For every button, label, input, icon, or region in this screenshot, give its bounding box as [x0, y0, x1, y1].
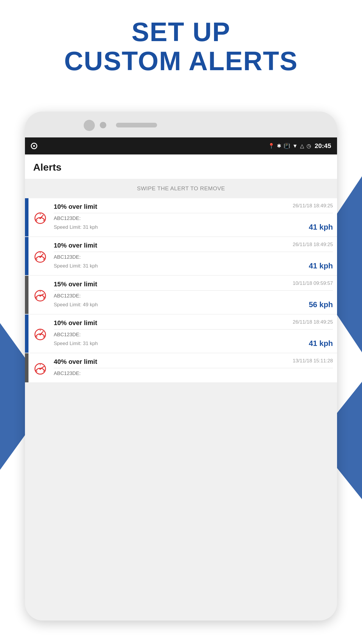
wifi-icon: ▼	[292, 143, 298, 149]
notification-icon	[31, 143, 37, 149]
bluetooth-icon: ✱	[277, 143, 281, 149]
alert-vehicle-2: ABC123DE:	[54, 254, 333, 260]
alert-top-row-4: 10% over limit 26/11/18 18:49:25	[54, 319, 333, 327]
alert-divider-5	[54, 368, 333, 368]
alert-icon-2	[28, 237, 52, 275]
alert-bar-4	[25, 315, 28, 353]
alert-top-row-2: 10% over limit 26/11/18 18:49:25	[54, 242, 333, 249]
svg-line-16	[43, 298, 44, 299]
svg-line-21	[36, 337, 37, 337]
alert-icon-3	[28, 276, 52, 314]
list-item[interactable]: 10% over limit 26/11/18 18:49:25 ABC123D…	[25, 198, 337, 236]
page-header: SET UP CUSTOM ALERTS	[0, 18, 362, 76]
alert-bar-1	[25, 198, 28, 236]
alert-icon-4	[28, 315, 52, 353]
alert-vehicle-4: ABC123DE:	[54, 332, 333, 338]
status-right-icons: 📍 ✱ 📳 ▼ △ ◷ 20:45	[268, 142, 331, 150]
alert-content-5: 40% over limit 13/11/18 15:11:28 ABC123D…	[52, 353, 337, 382]
list-item[interactable]: 15% over limit 10/11/18 09:59:57 ABC123D…	[25, 276, 337, 314]
vibrate-icon: 📳	[284, 143, 290, 149]
alert-vehicle-1: ABC123DE:	[54, 216, 333, 221]
svg-line-22	[43, 337, 44, 337]
speedometer-icon	[33, 210, 48, 225]
app-title: Alerts	[33, 162, 329, 173]
location-icon: 📍	[268, 143, 275, 149]
alert-divider-3	[54, 290, 333, 291]
alert-divider-2	[54, 252, 333, 252]
svg-point-26	[39, 368, 41, 370]
alert-content-1: 10% over limit 26/11/18 18:49:25 ABC123D…	[52, 198, 337, 236]
alert-speed-value-1: 41 kph	[309, 223, 333, 232]
list-item[interactable]: 10% over limit 26/11/18 18:49:25 ABC123D…	[25, 237, 337, 275]
svg-line-28	[43, 371, 44, 372]
speedometer-icon	[33, 287, 48, 302]
alert-bar-5	[25, 353, 28, 382]
phone-frame: 📍 ✱ 📳 ▼ △ ◷ 20:45 Alerts SWIPE THE ALERT…	[25, 112, 337, 621]
svg-line-4	[43, 220, 44, 221]
alert-divider-1	[54, 213, 333, 213]
speedometer-icon	[33, 249, 48, 263]
alert-speed-limit-2: Speed Limit: 31 kph	[54, 263, 98, 269]
alert-datetime-5: 13/11/18 15:11:28	[293, 358, 333, 364]
svg-point-20	[39, 334, 41, 335]
status-bar: 📍 ✱ 📳 ▼ △ ◷ 20:45	[25, 137, 337, 154]
alert-title-3: 15% over limit	[54, 280, 97, 288]
alert-vehicle-5: ABC123DE:	[54, 371, 333, 376]
alert-speed-value-2: 41 kph	[309, 261, 333, 270]
alert-content-2: 10% over limit 26/11/18 18:49:25 ABC123D…	[52, 237, 337, 275]
phone-camera	[84, 120, 95, 131]
header-line2: CUSTOM ALERTS	[0, 47, 362, 76]
alert-datetime-2: 26/11/18 18:49:25	[293, 242, 333, 248]
signal-icon: △	[300, 143, 304, 149]
svg-point-14	[39, 295, 41, 297]
speedometer-icon	[33, 361, 48, 375]
alert-speed-limit-3: Speed Limit: 49 kph	[54, 302, 98, 308]
app-content: Alerts SWIPE THE ALERT TO REMOVE	[25, 154, 337, 621]
alert-bottom-row-2: Speed Limit: 31 kph 41 kph	[54, 261, 333, 270]
svg-line-3	[36, 220, 37, 221]
svg-point-8	[39, 256, 41, 258]
alert-datetime-3: 10/11/18 09:59:57	[293, 280, 333, 286]
alert-list: 10% over limit 26/11/18 18:49:25 ABC123D…	[25, 198, 337, 382]
status-time: 20:45	[315, 142, 331, 150]
alert-bottom-row-3: Speed Limit: 49 kph 56 kph	[54, 300, 333, 309]
alert-top-row-5: 40% over limit 13/11/18 15:11:28	[54, 358, 333, 366]
alert-datetime-1: 26/11/18 18:49:25	[293, 203, 333, 209]
header-line1: SET UP	[0, 18, 362, 47]
svg-point-2	[39, 217, 41, 219]
svg-line-27	[36, 371, 37, 372]
alert-icon-5	[28, 353, 52, 382]
phone-sensor	[100, 122, 106, 128]
alert-vehicle-3: ABC123DE:	[54, 293, 333, 299]
alert-title-5: 40% over limit	[54, 358, 97, 366]
alert-speed-value-3: 56 kph	[309, 300, 333, 309]
alert-title-4: 10% over limit	[54, 319, 97, 327]
svg-line-9	[36, 259, 37, 260]
alert-content-3: 15% over limit 10/11/18 09:59:57 ABC123D…	[52, 276, 337, 314]
svg-line-10	[43, 259, 44, 260]
speedometer-icon	[33, 326, 48, 341]
app-header: Alerts	[25, 154, 337, 179]
alert-divider-4	[54, 329, 333, 329]
alert-speed-limit-4: Speed Limit: 31 kph	[54, 341, 98, 347]
phone-speaker	[116, 123, 157, 127]
alarm-icon: ◷	[307, 143, 311, 149]
alert-top-row-3: 15% over limit 10/11/18 09:59:57	[54, 280, 333, 288]
alert-bottom-row-4: Speed Limit: 31 kph 41 kph	[54, 339, 333, 348]
alert-top-row-1: 10% over limit 26/11/18 18:49:25	[54, 203, 333, 211]
alert-content-4: 10% over limit 26/11/18 18:49:25 ABC123D…	[52, 315, 337, 353]
alert-bar-2	[25, 237, 28, 275]
svg-line-15	[36, 298, 37, 299]
alert-bottom-row-1: Speed Limit: 31 kph 41 kph	[54, 223, 333, 232]
list-item[interactable]: 40% over limit 13/11/18 15:11:28 ABC123D…	[25, 353, 337, 382]
alert-title-1: 10% over limit	[54, 203, 97, 211]
alert-speed-value-4: 41 kph	[309, 339, 333, 348]
list-item[interactable]: 10% over limit 26/11/18 18:49:25 ABC123D…	[25, 315, 337, 353]
alert-datetime-4: 26/11/18 18:49:25	[293, 319, 333, 325]
alert-icon-1	[28, 198, 52, 236]
alert-speed-limit-1: Speed Limit: 31 kph	[54, 224, 98, 230]
alert-bar-3	[25, 276, 28, 314]
status-left-icons	[31, 143, 37, 149]
alert-title-2: 10% over limit	[54, 242, 97, 249]
swipe-instruction: SWIPE THE ALERT TO REMOVE	[25, 179, 337, 198]
